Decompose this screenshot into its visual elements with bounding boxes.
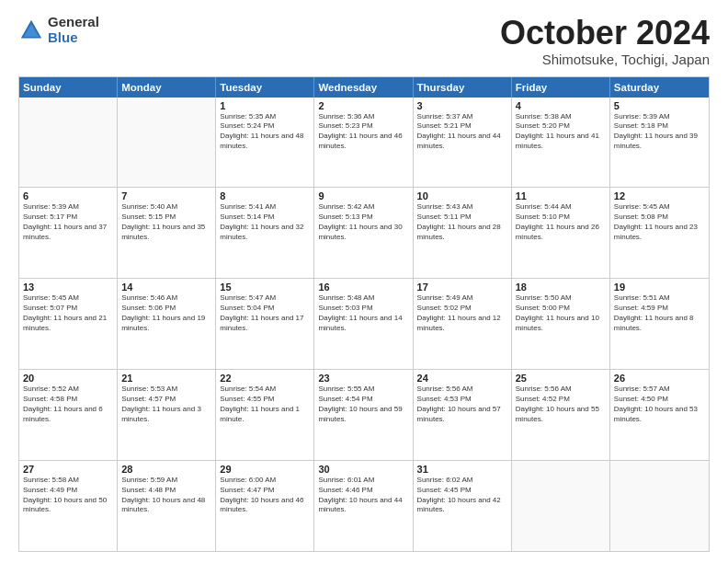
day-info: Sunrise: 5:35 AM Sunset: 5:24 PM Dayligh… [220,112,310,152]
header-day-saturday: Saturday [610,77,709,98]
day-number: 22 [220,373,310,384]
day-info: Sunrise: 5:55 AM Sunset: 4:54 PM Dayligh… [318,385,408,424]
day-number: 24 [417,373,507,384]
day-number: 14 [121,282,211,293]
day-number: 2 [318,100,408,111]
day-info: Sunrise: 5:49 AM Sunset: 5:02 PM Dayligh… [417,293,507,333]
day-number: 13 [23,282,113,293]
day-number: 27 [23,464,113,475]
calendar-cell: 11Sunrise: 5:44 AM Sunset: 5:10 PM Dayli… [512,188,610,278]
calendar-cell: 23Sunrise: 5:55 AM Sunset: 4:54 PM Dayli… [314,370,413,460]
calendar-row-1: 1Sunrise: 5:35 AM Sunset: 5:24 PM Daylig… [19,98,709,188]
day-info: Sunrise: 5:39 AM Sunset: 5:18 PM Dayligh… [614,112,705,152]
day-info: Sunrise: 5:37 AM Sunset: 5:21 PM Dayligh… [417,112,507,152]
calendar-cell [512,461,610,551]
calendar-cell: 22Sunrise: 5:54 AM Sunset: 4:55 PM Dayli… [216,370,314,460]
day-info: Sunrise: 6:02 AM Sunset: 4:45 PM Dayligh… [417,476,507,515]
calendar-cell [118,98,216,188]
day-info: Sunrise: 5:43 AM Sunset: 5:11 PM Dayligh… [417,202,507,242]
title-month: October 2024 [500,15,710,52]
calendar-cell: 3Sunrise: 5:37 AM Sunset: 5:21 PM Daylig… [414,98,512,188]
calendar-cell: 13Sunrise: 5:45 AM Sunset: 5:07 PM Dayli… [19,279,118,369]
day-number: 6 [23,190,113,201]
day-number: 10 [417,190,507,201]
header-day-tuesday: Tuesday [216,77,314,98]
calendar-cell: 30Sunrise: 6:01 AM Sunset: 4:46 PM Dayli… [314,461,413,551]
logo: General Blue [18,15,99,45]
calendar-cell: 24Sunrise: 5:56 AM Sunset: 4:53 PM Dayli… [414,370,512,460]
calendar-cell: 12Sunrise: 5:45 AM Sunset: 5:08 PM Dayli… [610,188,709,278]
day-number: 23 [318,373,408,384]
calendar-cell: 29Sunrise: 6:00 AM Sunset: 4:47 PM Dayli… [216,461,314,551]
day-number: 26 [614,373,705,384]
calendar-cell: 17Sunrise: 5:49 AM Sunset: 5:02 PM Dayli… [414,279,512,369]
day-info: Sunrise: 5:41 AM Sunset: 5:14 PM Dayligh… [220,202,310,242]
day-number: 28 [121,464,211,475]
calendar-cell [610,461,709,551]
day-number: 18 [516,282,606,293]
calendar-cell: 31Sunrise: 6:02 AM Sunset: 4:45 PM Dayli… [414,461,512,551]
calendar-cell [19,98,118,188]
calendar-cell: 9Sunrise: 5:42 AM Sunset: 5:13 PM Daylig… [314,188,413,278]
day-number: 21 [121,373,211,384]
day-info: Sunrise: 5:56 AM Sunset: 4:53 PM Dayligh… [417,385,507,424]
day-number: 7 [121,190,211,201]
header: General Blue October 2024 Shimotsuke, To… [18,15,710,67]
day-info: Sunrise: 5:54 AM Sunset: 4:55 PM Dayligh… [220,385,310,424]
day-info: Sunrise: 5:52 AM Sunset: 4:58 PM Dayligh… [23,385,113,424]
day-number: 20 [23,373,113,384]
day-number: 3 [417,100,507,111]
day-number: 19 [614,282,705,293]
day-info: Sunrise: 5:44 AM Sunset: 5:10 PM Dayligh… [516,202,606,242]
header-day-wednesday: Wednesday [314,77,413,98]
day-info: Sunrise: 5:40 AM Sunset: 5:15 PM Dayligh… [121,202,211,242]
day-info: Sunrise: 5:45 AM Sunset: 5:07 PM Dayligh… [23,293,113,333]
calendar-cell: 4Sunrise: 5:38 AM Sunset: 5:20 PM Daylig… [512,98,610,188]
day-info: Sunrise: 5:50 AM Sunset: 5:00 PM Dayligh… [516,293,606,333]
calendar-cell: 15Sunrise: 5:47 AM Sunset: 5:04 PM Dayli… [216,279,314,369]
day-number: 17 [417,282,507,293]
header-day-thursday: Thursday [414,77,512,98]
header-day-friday: Friday [512,77,610,98]
day-info: Sunrise: 5:38 AM Sunset: 5:20 PM Dayligh… [516,112,606,152]
day-number: 12 [614,190,705,201]
logo-general-label: General [48,15,99,30]
calendar-cell: 27Sunrise: 5:58 AM Sunset: 4:49 PM Dayli… [19,461,118,551]
calendar-cell: 8Sunrise: 5:41 AM Sunset: 5:14 PM Daylig… [216,188,314,278]
calendar-cell: 21Sunrise: 5:53 AM Sunset: 4:57 PM Dayli… [118,370,216,460]
calendar-cell: 2Sunrise: 5:36 AM Sunset: 5:23 PM Daylig… [314,98,413,188]
calendar-cell: 7Sunrise: 5:40 AM Sunset: 5:15 PM Daylig… [118,188,216,278]
day-info: Sunrise: 5:39 AM Sunset: 5:17 PM Dayligh… [23,202,113,242]
day-number: 30 [318,464,408,475]
calendar-header: SundayMondayTuesdayWednesdayThursdayFrid… [19,77,709,98]
day-info: Sunrise: 5:42 AM Sunset: 5:13 PM Dayligh… [318,202,408,242]
day-number: 8 [220,190,310,201]
calendar-cell: 19Sunrise: 5:51 AM Sunset: 4:59 PM Dayli… [610,279,709,369]
day-info: Sunrise: 5:53 AM Sunset: 4:57 PM Dayligh… [121,385,211,424]
calendar-cell: 5Sunrise: 5:39 AM Sunset: 5:18 PM Daylig… [610,98,709,188]
calendar-row-5: 27Sunrise: 5:58 AM Sunset: 4:49 PM Dayli… [19,460,709,551]
day-number: 9 [318,190,408,201]
day-number: 1 [220,100,310,111]
logo-blue-label: Blue [48,30,99,46]
day-number: 16 [318,282,408,293]
day-info: Sunrise: 5:59 AM Sunset: 4:48 PM Dayligh… [121,476,211,515]
logo-icon [18,17,44,43]
title-block: October 2024 Shimotsuke, Tochigi, Japan [500,15,710,67]
day-info: Sunrise: 5:58 AM Sunset: 4:49 PM Dayligh… [23,476,113,515]
day-info: Sunrise: 5:57 AM Sunset: 4:50 PM Dayligh… [614,385,705,424]
day-info: Sunrise: 5:51 AM Sunset: 4:59 PM Dayligh… [614,293,705,333]
day-info: Sunrise: 5:46 AM Sunset: 5:06 PM Dayligh… [121,293,211,333]
calendar-cell: 28Sunrise: 5:59 AM Sunset: 4:48 PM Dayli… [118,461,216,551]
day-number: 29 [220,464,310,475]
header-day-sunday: Sunday [19,77,118,98]
day-info: Sunrise: 5:48 AM Sunset: 5:03 PM Dayligh… [318,293,408,333]
calendar-cell: 6Sunrise: 5:39 AM Sunset: 5:17 PM Daylig… [19,188,118,278]
calendar: SundayMondayTuesdayWednesdayThursdayFrid… [18,76,710,552]
day-number: 5 [614,100,705,111]
calendar-cell: 20Sunrise: 5:52 AM Sunset: 4:58 PM Dayli… [19,370,118,460]
day-info: Sunrise: 6:01 AM Sunset: 4:46 PM Dayligh… [318,476,408,515]
calendar-cell: 25Sunrise: 5:56 AM Sunset: 4:52 PM Dayli… [512,370,610,460]
day-info: Sunrise: 5:45 AM Sunset: 5:08 PM Dayligh… [614,202,705,242]
day-info: Sunrise: 5:56 AM Sunset: 4:52 PM Dayligh… [516,385,606,424]
